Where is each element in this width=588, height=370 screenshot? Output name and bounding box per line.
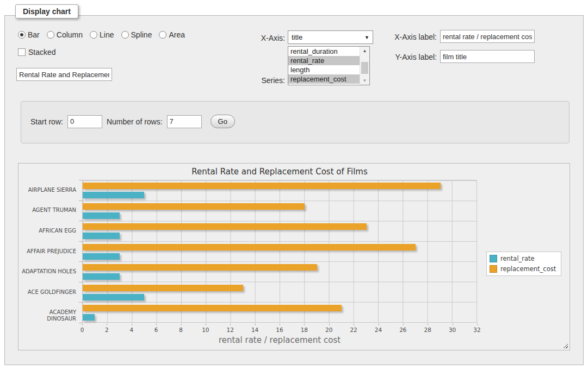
bar-rental_rate [83,314,95,321]
x-tick-mark [379,323,379,325]
bar-rental_rate [83,212,120,219]
x-tick-label: 18 [301,327,308,333]
x-tick-mark [304,323,305,325]
series-option-length[interactable]: length [288,65,360,74]
x-axis-title: rental rate / replacement cost [82,335,477,345]
chevron-down-icon: ▼ [364,35,369,40]
y-tick-mark [79,180,82,180]
chart-title-input[interactable] [16,68,112,81]
x-axis-select[interactable]: title ▼ [288,30,373,44]
resize-handle-icon[interactable] [563,343,568,348]
chart-type-option-bar[interactable]: Bar [18,30,40,39]
y-tick-mark [79,241,82,242]
bar-rental_rate [83,273,120,280]
go-button[interactable]: Go [211,115,235,128]
x-tick-label: 14 [251,327,258,333]
chart-type-option-column[interactable]: Column [47,30,83,39]
chart-type-option-spline[interactable]: Spline [121,30,152,39]
series-listbox-scrollbar[interactable]: ▲ ▼ [360,47,369,85]
radio-label: Bar [28,30,40,39]
chart-legend: rental_ratereplacement_cost [486,252,561,276]
series-option-replacement_cost[interactable]: replacement_cost [288,74,360,84]
radio-label: Area [169,30,185,39]
chart-type-option-area[interactable]: Area [159,30,185,39]
radio-column[interactable] [47,31,54,39]
x-tick-mark [132,323,132,325]
y-axis-label-input[interactable] [440,50,535,63]
series-options: rental_durationrental_ratelengthreplacem… [288,47,360,85]
x-tick-mark [206,323,206,325]
x-tick-label: 6 [154,327,158,333]
legend-label: replacement_cost [500,265,556,273]
y-tick-label: AGENT TRUMAN [18,207,76,214]
chart-type-radios: BarColumnLineSplineArea [18,30,185,39]
series-option-rental_rate[interactable]: rental_rate [288,56,360,65]
x-axis-label-input[interactable] [440,30,535,43]
stacked-checkbox[interactable] [18,48,26,56]
y-tick-mark [79,261,82,262]
y-tick-label: AFRICAN EGG [18,228,76,234]
x-tick-mark [403,323,404,325]
chart-title: Rental Rate and Replacement Cost of Film… [82,167,477,177]
x-axis-select-label: X-Axis: [231,34,285,42]
radio-area[interactable] [159,31,166,39]
x-tick-label: 2 [105,327,109,333]
stacked-label: Stacked [28,48,56,57]
series-listbox[interactable]: rental_durationrental_ratelengthreplacem… [288,46,370,85]
start-row-input[interactable] [67,115,102,128]
x-tick-label: 4 [129,327,133,333]
bar-replacement_cost [83,183,441,189]
x-tick-mark [156,323,157,325]
legend-swatch [490,255,497,262]
bar-replacement_cost [83,305,342,311]
x-axis-label-label: X-Axis label: [379,33,437,41]
x-tick-label: 24 [375,327,382,333]
x-tick-mark [181,323,182,325]
series-option-rental_duration[interactable]: rental_duration [288,47,360,56]
radio-spline[interactable] [121,31,129,39]
x-tick-label: 10 [202,327,209,333]
radio-bar[interactable] [18,31,26,39]
x-tick-mark [82,323,83,325]
scrollbar-thumb[interactable] [361,62,368,74]
start-row-label: Start row: [30,117,63,126]
legend-swatch [490,265,497,273]
y-tick-label: ADAPTATION HOLES [18,268,76,275]
stacked-checkbox-row[interactable]: Stacked [18,48,56,57]
radio-label: Line [100,30,114,39]
scroll-down-icon[interactable]: ▼ [360,77,369,85]
query-box: Start row: Number of rows: Go [21,101,570,143]
legend-item-rental_rate: rental_rate [490,255,556,262]
x-tick-mark [329,323,330,325]
y-tick-mark [79,221,82,221]
panel-title: Display chart [15,4,78,18]
radio-line[interactable] [90,31,97,39]
x-tick-mark [453,323,453,325]
chart-container: Rental Rate and Replacement Cost of Film… [18,163,570,350]
x-tick-mark [477,323,478,325]
chart-type-option-line[interactable]: Line [90,30,114,39]
number-of-rows-label: Number of rows: [107,117,163,126]
y-tick-mark [79,302,82,303]
x-tick-mark [428,323,428,325]
x-tick-label: 12 [227,327,234,333]
x-tick-mark [354,323,354,325]
bar-replacement_cost [83,223,367,230]
x-tick-label: 26 [399,327,406,333]
y-tick-label: ACE GOLDFINGER [18,289,76,296]
legend-item-replacement_cost: replacement_cost [490,265,556,273]
bar-replacement_cost [83,285,243,291]
x-tick-mark [230,323,231,325]
radio-label: Spline [131,30,152,39]
scroll-up-icon[interactable]: ▲ [360,47,369,55]
y-tick-mark [79,200,82,201]
x-tick-mark [255,323,256,325]
y-tick-label: AFFAIR PREJUDICE [18,248,76,255]
y-tick-label: AIRPLANE SIERRA [18,187,76,193]
x-tick-label: 22 [350,327,357,333]
number-of-rows-input[interactable] [167,115,202,128]
bar-rental_rate [83,294,144,300]
x-tick-label: 8 [179,327,183,333]
x-tick-label: 30 [449,327,456,333]
y-tick-mark [79,282,82,283]
